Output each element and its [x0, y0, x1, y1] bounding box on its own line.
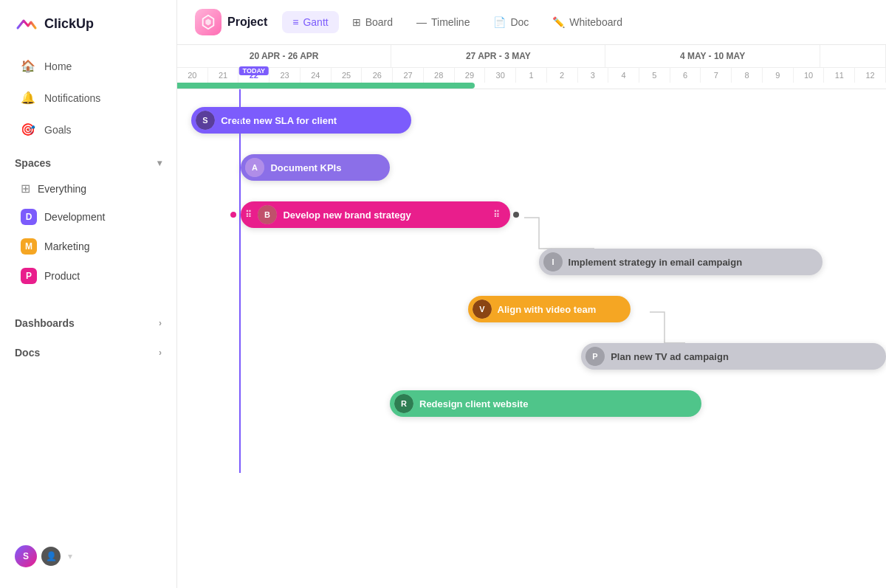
- logo-text: ClickUp: [44, 16, 94, 32]
- logo: ClickUp: [0, 12, 176, 50]
- product-badge: P: [21, 268, 37, 284]
- gantt-progress-bar: [177, 83, 886, 89]
- sidebar-item-product[interactable]: P Product: [6, 262, 171, 290]
- gantt-row-sla: S Create new SLA for client: [177, 97, 886, 144]
- avatar-video: V: [473, 300, 492, 319]
- gantt-row-kpis: A Document KPIs: [177, 144, 886, 191]
- gantt-period-row: 20 APR - 26 APR 27 APR - 3 MAY 4 MAY - 1…: [177, 45, 886, 68]
- docs-chevron-icon: ›: [159, 347, 162, 358]
- day-cell-11: 11: [824, 68, 855, 83]
- tab-doc-label: Doc: [510, 16, 529, 28]
- timeline-icon: —: [416, 16, 427, 28]
- gantt-day-row: 2021TODAY2223242526272829301234567891011…: [177, 68, 886, 83]
- day-cell-21: 21: [208, 68, 239, 83]
- avatar-sla: S: [196, 111, 215, 130]
- clickup-logo-icon: [15, 12, 38, 35]
- svg-text:R: R: [401, 399, 407, 408]
- period-apr20: 20 APR - 26 APR: [177, 45, 391, 67]
- sidebar-item-home[interactable]: 🏠 Home: [6, 52, 171, 80]
- gantt-row-tv: P Plan new TV ad campaign: [177, 333, 886, 380]
- today-label: TODAY: [239, 66, 269, 75]
- sidebar-item-notifications-label: Notifications: [44, 92, 100, 104]
- day-cell-24: 24: [301, 68, 332, 83]
- gantt-bar-sla[interactable]: S Create new SLA for client: [191, 107, 411, 134]
- board-icon: ⊞: [352, 16, 361, 28]
- brand-right-connector: [513, 212, 519, 218]
- gantt-icon: ≡: [292, 16, 298, 28]
- progress-fill: [177, 83, 475, 89]
- gantt-body: S Create new SLA for client A Document K…: [177, 89, 886, 473]
- day-cell-20: 20: [177, 68, 208, 83]
- drag-handle-brand-left[interactable]: ⠿: [245, 210, 252, 220]
- dashboards-section-header[interactable]: Dashboards ›: [0, 305, 176, 335]
- docs-label: Docs: [15, 347, 40, 359]
- sidebar-item-development[interactable]: D Development: [6, 203, 171, 231]
- day-cell-27: 27: [393, 68, 424, 83]
- svg-text:V: V: [479, 305, 485, 314]
- tab-gantt[interactable]: ≡ Gantt: [282, 11, 338, 33]
- dashboards-chevron-icon: ›: [159, 318, 162, 328]
- avatar-website: R: [394, 394, 413, 413]
- period-may4: 4 MAY - 10 MAY: [605, 45, 820, 67]
- docs-section-header[interactable]: Docs ›: [0, 335, 176, 364]
- svg-text:I: I: [552, 257, 554, 266]
- bar-email-label: Implement strategy in email campaign: [569, 257, 743, 268]
- avatar-dropdown-icon[interactable]: ▾: [68, 551, 72, 561]
- day-cell-1: 1: [516, 68, 547, 83]
- main-content: Project ≡ Gantt ⊞ Board — Timeline 📄 Doc…: [177, 0, 886, 588]
- top-navigation: Project ≡ Gantt ⊞ Board — Timeline 📄 Doc…: [177, 0, 886, 45]
- tab-whiteboard[interactable]: ✏️ Whiteboard: [542, 11, 633, 33]
- day-cell-28: 28: [424, 68, 455, 83]
- project-title: Project: [227, 15, 267, 29]
- bar-kpis-label: Document KPIs: [270, 162, 341, 173]
- sidebar-item-everything[interactable]: ⊞ Everything: [6, 176, 171, 201]
- sidebar: ClickUp 🏠 Home 🔔 Notifications 🎯 Goals S…: [0, 0, 177, 588]
- gantt-bar-website[interactable]: R Redesign client website: [390, 390, 701, 417]
- whiteboard-icon: ✏️: [552, 16, 565, 28]
- day-cell-8: 8: [732, 68, 763, 83]
- bar-tv-label: Plan new TV ad campaign: [611, 351, 729, 362]
- bar-video-label: Align with video team: [498, 304, 597, 315]
- drag-handle-brand-right[interactable]: ⠿: [493, 210, 500, 220]
- tab-whiteboard-label: Whiteboard: [569, 16, 622, 28]
- tab-doc[interactable]: 📄 Doc: [483, 11, 539, 33]
- period-extra: [820, 45, 886, 67]
- avatar-email: I: [543, 252, 563, 271]
- day-cell-10: 10: [794, 68, 825, 83]
- spaces-section-header[interactable]: Spaces ▾: [0, 145, 176, 175]
- gantt-bar-tv[interactable]: P Plan new TV ad campaign: [581, 343, 886, 370]
- svg-text:S: S: [203, 116, 208, 125]
- avatar-brand: B: [258, 205, 277, 224]
- svg-text:B: B: [264, 210, 270, 219]
- gantt-row-video: V Align with video team: [177, 286, 886, 333]
- gantt-bar-kpis[interactable]: A Document KPIs: [241, 154, 390, 181]
- development-badge: D: [21, 209, 37, 225]
- day-cell-6: 6: [670, 68, 701, 83]
- bar-website-label: Redesign client website: [419, 398, 528, 409]
- bar-brand-label: Develop new brand strategy: [283, 210, 411, 221]
- day-cell-25: 25: [332, 68, 363, 83]
- sidebar-item-marketing[interactable]: M Marketing: [6, 232, 171, 260]
- gantt-bar-brand[interactable]: ⠿ B Develop new brand strategy ⠿: [241, 201, 510, 228]
- gantt-row-email: I Implement strategy in email campaign: [177, 238, 886, 286]
- sidebar-item-goals[interactable]: 🎯 Goals: [6, 115, 171, 144]
- period-apr27: 27 APR - 3 MAY: [391, 45, 605, 67]
- doc-icon: 📄: [493, 16, 506, 28]
- sidebar-item-notifications[interactable]: 🔔 Notifications: [6, 83, 171, 112]
- connector-dot-right: [513, 212, 519, 218]
- gantt-bar-video[interactable]: V Align with video team: [468, 296, 631, 322]
- day-cell-2: 2: [547, 68, 578, 83]
- tab-board[interactable]: ⊞ Board: [342, 11, 403, 33]
- day-cell-4: 4: [608, 68, 639, 83]
- sidebar-item-marketing-label: Marketing: [44, 241, 89, 252]
- gantt-row-brand: ⠿ ⠿ B Develop new brand strategy ⠿: [177, 191, 886, 238]
- chevron-down-icon: ▾: [157, 158, 162, 168]
- tab-timeline[interactable]: — Timeline: [406, 11, 480, 33]
- sidebar-item-home-label: Home: [44, 60, 72, 72]
- day-cell-30: 30: [485, 68, 516, 83]
- sidebar-item-everything-label: Everything: [38, 183, 86, 195]
- avatar-group: S 👤: [15, 545, 62, 567]
- sidebar-item-goals-label: Goals: [44, 124, 72, 136]
- gantt-chart[interactable]: 20 APR - 26 APR 27 APR - 3 MAY 4 MAY - 1…: [177, 45, 886, 588]
- gantt-bar-email[interactable]: I Implement strategy in email campaign: [539, 249, 823, 275]
